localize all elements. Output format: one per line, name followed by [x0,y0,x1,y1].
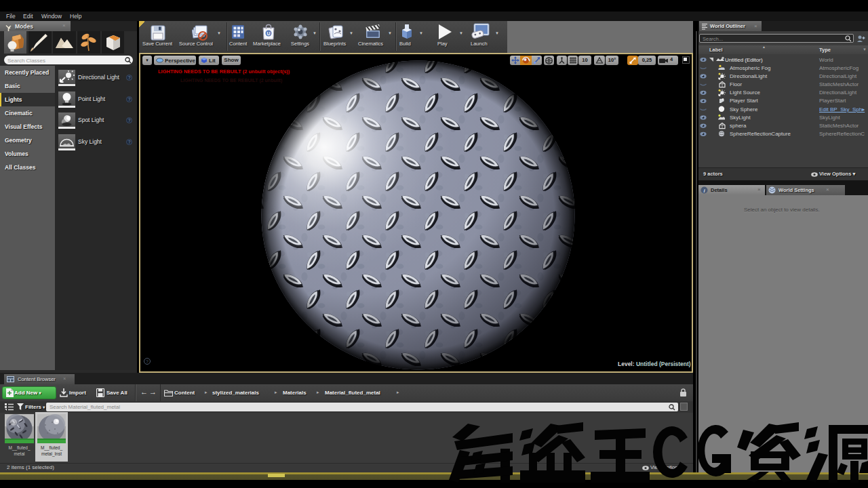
svg-text:U: U [267,31,270,36]
